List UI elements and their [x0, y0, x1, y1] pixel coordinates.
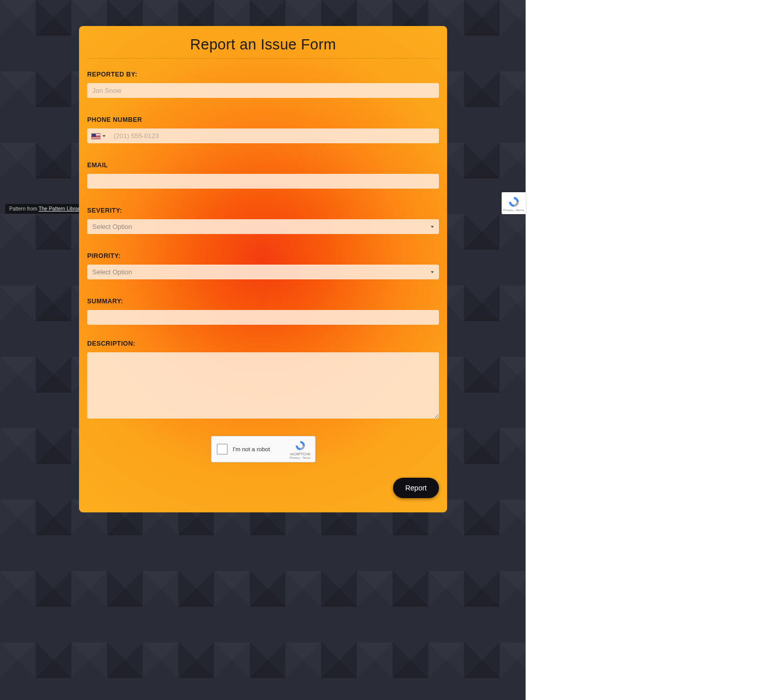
- reported-by-group: REPORTED BY:: [87, 71, 439, 98]
- submit-row: Report: [87, 478, 439, 498]
- priority-label: PIRORITY:: [87, 252, 439, 260]
- email-input[interactable]: [87, 174, 439, 189]
- severity-select[interactable]: Select Option: [87, 219, 439, 234]
- credit-prefix: Pattern from: [9, 206, 39, 212]
- reported-by-input[interactable]: [87, 83, 439, 98]
- recaptcha-logo: reCAPTCHA Privacy - Terms: [290, 439, 310, 459]
- priority-group: PIRORITY: Select Option: [87, 252, 439, 279]
- phone-group: PHONE NUMBER: [87, 116, 439, 143]
- summary-group: SUMMARY:: [87, 298, 439, 325]
- priority-placeholder: Select Option: [92, 268, 132, 276]
- page-background: Pattern from The Pattern Library Report …: [0, 0, 526, 700]
- severity-label: SEVERITY:: [87, 207, 439, 214]
- chevron-down-icon: [431, 271, 434, 273]
- chevron-down-icon: [102, 135, 106, 137]
- chevron-down-icon: [431, 226, 434, 228]
- recaptcha-terms: Privacy - Terms: [290, 456, 310, 459]
- pattern-credit: Pattern from The Pattern Library: [5, 204, 86, 214]
- badge-terms: Privacy - Terms: [503, 209, 524, 212]
- summary-input[interactable]: [87, 310, 439, 325]
- reported-by-label: REPORTED BY:: [87, 71, 439, 78]
- recaptcha-widget: I'm not a robot reCAPTCHA Privacy - Term…: [211, 436, 316, 462]
- title-divider: [87, 58, 439, 59]
- email-group: EMAIL: [87, 162, 439, 189]
- report-button[interactable]: Report: [393, 478, 439, 498]
- description-label: DESCRIPTION:: [87, 340, 439, 347]
- email-label: EMAIL: [87, 162, 439, 169]
- recaptcha-badge[interactable]: Privacy - Terms: [502, 192, 526, 214]
- severity-placeholder: Select Option: [92, 223, 132, 230]
- description-textarea[interactable]: [87, 352, 439, 419]
- recaptcha-brand: reCAPTCHA: [290, 452, 310, 456]
- phone-input[interactable]: [110, 128, 439, 143]
- us-flag-icon: [91, 133, 100, 139]
- form-title: Report an Issue Form: [87, 36, 439, 58]
- description-group: DESCRIPTION:: [87, 340, 439, 421]
- priority-select[interactable]: Select Option: [87, 265, 439, 279]
- recaptcha-checkbox[interactable]: [217, 444, 228, 455]
- recaptcha-label: I'm not a robot: [233, 446, 290, 452]
- issue-form-card: Report an Issue Form REPORTED BY: PHONE …: [79, 26, 447, 512]
- severity-group: SEVERITY: Select Option: [87, 207, 439, 234]
- recaptcha-icon: [294, 439, 307, 452]
- country-flag-selector[interactable]: [87, 130, 110, 142]
- summary-label: SUMMARY:: [87, 298, 439, 305]
- pattern-library-link[interactable]: The Pattern Library: [39, 206, 83, 212]
- phone-row: [87, 128, 439, 143]
- phone-label: PHONE NUMBER: [87, 116, 439, 123]
- recaptcha-icon: [507, 195, 521, 209]
